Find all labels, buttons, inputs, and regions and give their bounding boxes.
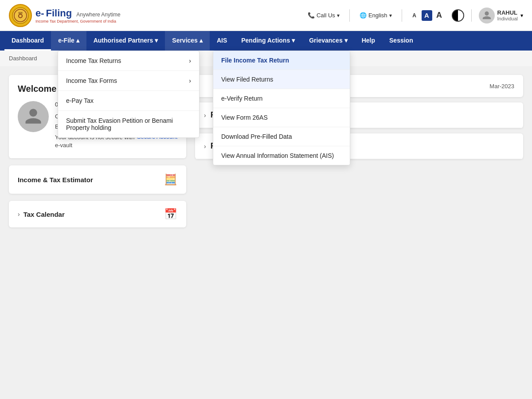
dashboard-label: Dashboard xyxy=(12,37,44,44)
efile-chevron-icon: ▴ xyxy=(76,37,79,44)
call-us-label: Call Us xyxy=(317,12,335,19)
breadcrumb-text: Dashboard xyxy=(9,55,37,62)
phone-icon: 📞 xyxy=(308,12,315,19)
income-tax-estimator-card[interactable]: Income & Tax Estimator 🧮 xyxy=(9,165,186,194)
services-everify-item[interactable]: e-Verify Return xyxy=(213,89,350,108)
logo-emblem: GOI xyxy=(9,4,32,27)
sidebar-item-grievances[interactable]: Grievances ▾ xyxy=(302,31,355,51)
ais-label: AIS xyxy=(217,37,227,44)
file-itr-label: File Income Tax Return xyxy=(221,57,289,64)
arrow-right-icon: › xyxy=(189,57,191,64)
divider-2 xyxy=(402,9,402,22)
header: GOI e- Filing Anywhere Anytime Income Ta… xyxy=(0,0,532,31)
font-large-button[interactable]: A xyxy=(434,10,445,21)
avatar xyxy=(479,8,495,23)
tax-calendar-title: Tax Calendar xyxy=(23,211,65,218)
user-name: RAHUL xyxy=(497,9,518,16)
form26as-label: View Form 26AS xyxy=(221,114,268,121)
services-file-itr-item[interactable]: File Income Tax Return xyxy=(213,51,350,70)
sidebar-item-efile[interactable]: e-File ▴ xyxy=(51,31,86,51)
call-us-button[interactable]: 📞 Call Us ▾ xyxy=(305,10,342,20)
services-form26as-item[interactable]: View Form 26AS xyxy=(213,108,350,127)
view-filed-label: View Filed Returns xyxy=(221,76,273,83)
efile-itr-item[interactable]: Income Tax Returns › xyxy=(58,51,199,71)
sidebar-item-pending-actions[interactable]: Pending Actions ▾ xyxy=(234,31,302,51)
header-right: 📞 Call Us ▾ 🌐 English ▾ A A A RAHUL Indi… xyxy=(305,8,523,23)
services-submenu: File Income Tax Return View Filed Return… xyxy=(213,51,350,165)
font-controls: A A A xyxy=(409,10,445,21)
sidebar-item-authorised-partners[interactable]: Authorised Partners ▾ xyxy=(86,31,165,51)
efile-itf-label: Income Tax Forms xyxy=(66,77,117,84)
tax-calendar-left: › Tax Calendar xyxy=(18,211,65,218)
services-ais-item[interactable]: View Annual Information Statement (AIS) xyxy=(213,146,350,165)
authorised-chevron-icon: ▾ xyxy=(155,37,158,44)
sidebar-item-help[interactable]: Help xyxy=(355,31,382,51)
chevron-down-icon: ▾ xyxy=(337,12,340,19)
efile-dropdown: Income Tax Returns › Income Tax Forms › … xyxy=(58,51,200,138)
user-type: Individual xyxy=(497,16,518,21)
navbar: Dashboard e-File ▴ Authorised Partners ▾… xyxy=(0,31,532,51)
services-download-item[interactable]: Download Pre-Filled Data xyxy=(213,127,350,146)
user-info: RAHUL Individual xyxy=(497,9,518,21)
logo-text: e- Filing Anywhere Anytime Income Tax De… xyxy=(35,8,121,23)
chevron-down-icon-2: ▾ xyxy=(389,12,392,19)
font-medium-button[interactable]: A xyxy=(422,10,432,21)
pending-actions-label: Pending Actions xyxy=(241,37,290,44)
globe-icon: 🌐 xyxy=(360,12,367,19)
calendar-icon: 📅 xyxy=(164,208,177,220)
svg-point-4 xyxy=(19,15,22,17)
grievances-chevron-icon: ▾ xyxy=(344,37,348,44)
user-area: RAHUL Individual ▾ xyxy=(479,8,523,23)
calculator-icon: 🧮 xyxy=(164,173,177,186)
download-label: Download Pre-Filled Data xyxy=(221,133,292,140)
sidebar-item-session[interactable]: Session xyxy=(382,31,420,51)
header-left: GOI e- Filing Anywhere Anytime Income Ta… xyxy=(9,4,121,27)
grievances-label: Grievances xyxy=(309,37,343,44)
help-label: Help xyxy=(362,37,375,44)
sidebar-item-services[interactable]: Services ▴ xyxy=(165,31,210,51)
divider-3 xyxy=(471,9,472,22)
chevron-right-icon-3: › xyxy=(204,143,206,150)
authorised-partners-label: Authorised Partners xyxy=(94,37,153,44)
contrast-button[interactable] xyxy=(452,9,464,22)
efile-tep-item[interactable]: Submit Tax Evasion Petition or Benami Pr… xyxy=(58,111,199,137)
divider-1 xyxy=(349,9,350,22)
language-label: English xyxy=(368,12,387,19)
avatar xyxy=(18,101,49,132)
tax-calendar-card[interactable]: › Tax Calendar 📅 xyxy=(9,201,186,227)
efile-epay-item[interactable]: e-Pay Tax xyxy=(58,91,199,111)
income-estimator-title: Income & Tax Estimator xyxy=(18,176,93,184)
efile-itr-label: Income Tax Returns xyxy=(66,57,121,64)
chevron-right-icon-2: › xyxy=(204,112,206,119)
everify-label: e-Verify Return xyxy=(221,95,262,102)
font-small-button[interactable]: A xyxy=(409,10,420,21)
logo-e: e- xyxy=(35,8,44,19)
user-chevron-icon[interactable]: ▾ xyxy=(520,12,523,19)
efile-itf-item[interactable]: Income Tax Forms › xyxy=(58,71,199,91)
logo-filing: Filing xyxy=(46,8,72,19)
logo-tagline-top: Anywhere Anytime xyxy=(76,12,120,18)
services-view-filed-item[interactable]: View Filed Returns xyxy=(213,70,350,89)
date-badge: Mar-2023 xyxy=(489,83,514,90)
efile-label: e-File xyxy=(58,37,74,44)
services-chevron-icon: ▴ xyxy=(200,37,203,44)
chevron-right-icon: › xyxy=(18,211,20,218)
language-button[interactable]: 🌐 English ▾ xyxy=(357,10,395,20)
services-label: Services xyxy=(172,37,198,44)
logo-tagline-bottom: Income Tax Department, Government of Ind… xyxy=(35,19,121,23)
efile-tep-label: Submit Tax Evasion Petition or Benami Pr… xyxy=(66,117,191,131)
efile-epay-label: e-Pay Tax xyxy=(66,97,94,104)
session-label: Session xyxy=(389,37,413,44)
sidebar-item-ais[interactable]: AIS xyxy=(210,31,234,51)
pending-chevron-icon: ▾ xyxy=(292,37,295,44)
sidebar-item-dashboard[interactable]: Dashboard xyxy=(4,31,51,51)
arrow-right-icon-2: › xyxy=(189,77,191,84)
ais-statement-label: View Annual Information Statement (AIS) xyxy=(221,152,334,159)
